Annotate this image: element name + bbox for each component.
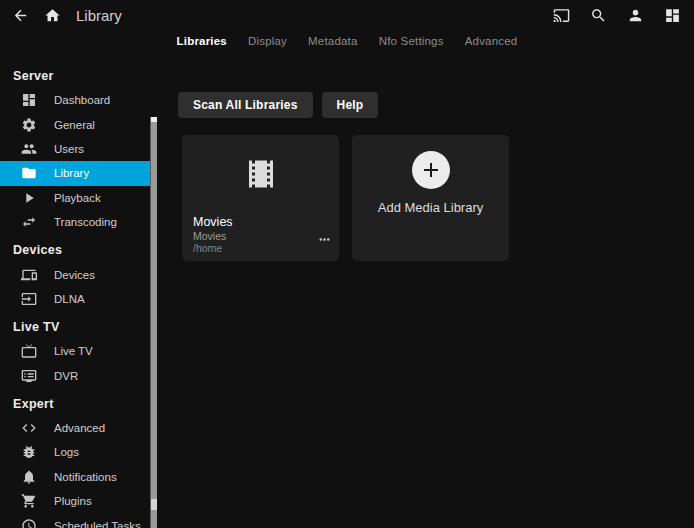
sidebar-section-expert: Expert xyxy=(0,388,157,416)
add-media-library-card[interactable]: Add Media Library xyxy=(352,135,509,261)
cart-icon xyxy=(21,493,37,509)
sidebar-item-label: Playback xyxy=(54,192,101,204)
sidebar-section-live-tv: Live TV xyxy=(0,311,157,339)
dashboard-button[interactable] xyxy=(660,3,684,27)
sidebar-sections: ServerDashboardGeneralUsersLibraryPlayba… xyxy=(0,60,157,528)
main-content: Scan All Libraries Help Movies Movies /h… xyxy=(157,55,694,528)
library-path: /home xyxy=(193,242,309,254)
user-button[interactable] xyxy=(623,3,647,27)
top-bar-right xyxy=(549,3,684,27)
library-name: Movies xyxy=(193,215,309,230)
sidebar-item-label: Logs xyxy=(54,446,79,458)
devices-icon xyxy=(21,267,37,283)
dashboard-icon xyxy=(21,92,37,108)
sidebar-item-dashboard[interactable]: Dashboard xyxy=(0,88,150,112)
search-icon xyxy=(590,7,607,24)
tab-metadata[interactable]: Metadata xyxy=(305,33,361,49)
library-menu-button[interactable] xyxy=(313,228,335,250)
plus-icon xyxy=(419,158,443,182)
sidebar-section-devices: Devices xyxy=(0,234,157,262)
cast-button[interactable] xyxy=(549,3,573,27)
page-title: Library xyxy=(76,7,122,24)
tab-advanced[interactable]: Advanced xyxy=(462,33,521,49)
sidebar-item-label: Library xyxy=(54,167,89,179)
film-icon xyxy=(243,156,279,192)
sidebar-item-label: Plugins xyxy=(54,495,92,507)
sidebar-item-label: DLNA xyxy=(54,293,85,305)
sidebar-item-dvr[interactable]: DVR xyxy=(0,364,150,388)
sidebar-item-playback[interactable]: Playback xyxy=(0,186,150,210)
bug-icon xyxy=(21,444,37,460)
top-bar-left: Library xyxy=(8,3,122,27)
sidebar: ServerDashboardGeneralUsersLibraryPlayba… xyxy=(0,55,157,528)
dashboard-icon xyxy=(664,7,681,24)
sidebar-item-live-tv[interactable]: Live TV xyxy=(0,339,150,363)
help-button[interactable]: Help xyxy=(322,92,379,118)
gear-icon xyxy=(21,117,37,133)
tab-libraries[interactable]: Libraries xyxy=(174,33,230,49)
dvr-icon xyxy=(21,368,37,384)
add-media-library-label: Add Media Library xyxy=(352,200,509,215)
sidebar-item-label: Notifications xyxy=(54,471,117,483)
folder-icon xyxy=(21,165,37,181)
tab-display[interactable]: Display xyxy=(245,33,290,49)
clock-icon xyxy=(21,518,37,528)
scan-all-libraries-button[interactable]: Scan All Libraries xyxy=(178,92,313,118)
sidebar-item-label: Dashboard xyxy=(54,94,110,106)
input-icon xyxy=(21,291,37,307)
top-bar: Library xyxy=(0,0,694,28)
home-icon xyxy=(44,7,61,24)
bell-icon xyxy=(21,469,37,485)
user-icon xyxy=(627,7,644,24)
library-type: Movies xyxy=(193,230,309,242)
more-icon xyxy=(317,232,332,247)
code-icon xyxy=(21,420,37,436)
library-card-footer: Movies Movies /home xyxy=(193,215,309,254)
back-button[interactable] xyxy=(8,3,32,27)
film-icon-wrap xyxy=(182,156,339,192)
back-icon xyxy=(12,7,29,24)
sidebar-item-dlna[interactable]: DLNA xyxy=(0,287,150,311)
users-icon xyxy=(21,141,37,157)
library-card-movies[interactable]: Movies Movies /home xyxy=(182,135,339,261)
sidebar-item-label: Transcoding xyxy=(54,216,117,228)
sidebar-item-label: DVR xyxy=(54,370,78,382)
live-tv-icon xyxy=(21,343,37,359)
sidebar-item-label: Scheduled Tasks xyxy=(54,520,141,528)
tab-bar: LibrariesDisplayMetadataNfo SettingsAdva… xyxy=(0,28,694,54)
sidebar-item-label: Users xyxy=(54,143,84,155)
sidebar-item-logs[interactable]: Logs xyxy=(0,440,150,464)
sidebar-item-users[interactable]: Users xyxy=(0,137,150,161)
tab-nfo-settings[interactable]: Nfo Settings xyxy=(376,33,447,49)
sidebar-section-server: Server xyxy=(0,60,157,88)
swap-icon xyxy=(21,214,37,230)
sidebar-item-library[interactable]: Library xyxy=(0,161,150,185)
sidebar-item-label: Devices xyxy=(54,269,95,281)
library-actions: Scan All Libraries Help xyxy=(178,92,694,118)
sidebar-item-label: General xyxy=(54,119,95,131)
cast-icon xyxy=(553,7,570,24)
library-cards: Movies Movies /home Add Media Library xyxy=(182,135,694,261)
sidebar-item-general[interactable]: General xyxy=(0,112,150,136)
sidebar-item-advanced[interactable]: Advanced xyxy=(0,416,150,440)
admin-dashboard: Library LibrariesDisplayMetadataNfo Sett… xyxy=(0,0,694,528)
home-button[interactable] xyxy=(40,3,64,27)
sidebar-item-devices[interactable]: Devices xyxy=(0,262,150,286)
play-icon xyxy=(21,190,37,206)
search-button[interactable] xyxy=(586,3,610,27)
sidebar-item-label: Live TV xyxy=(54,345,93,357)
sidebar-item-scheduled-tasks[interactable]: Scheduled Tasks xyxy=(0,513,150,528)
sidebar-item-notifications[interactable]: Notifications xyxy=(0,465,150,489)
add-circle xyxy=(412,151,450,189)
sidebar-item-plugins[interactable]: Plugins xyxy=(0,489,150,513)
sidebar-item-transcoding[interactable]: Transcoding xyxy=(0,210,150,234)
sidebar-item-label: Advanced xyxy=(54,422,105,434)
sidebar-scrollbar[interactable] xyxy=(150,117,157,528)
